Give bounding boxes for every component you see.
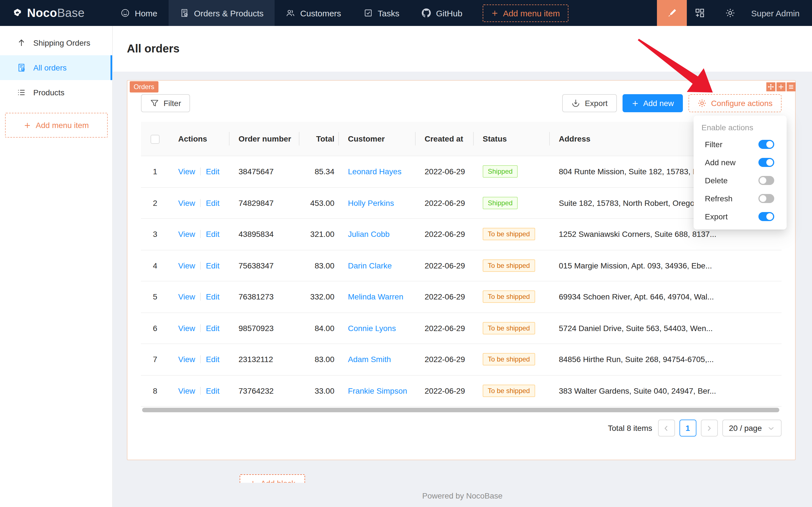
nav-item-tasks[interactable]: Tasks: [352, 0, 411, 26]
toggle-switch-filter[interactable]: [758, 140, 774, 149]
action-divider: [200, 230, 201, 238]
status-cell: To be shipped: [474, 385, 550, 397]
switch-knob: [766, 159, 773, 166]
file-done-icon: [180, 8, 189, 17]
header-customer: Customer: [339, 134, 416, 143]
add-block-button[interactable]: Add block: [240, 474, 305, 483]
next-page-button[interactable]: [701, 419, 717, 437]
view-link[interactable]: View: [178, 199, 195, 208]
total-cell: 83.00: [299, 261, 339, 270]
edit-link[interactable]: Edit: [206, 167, 219, 176]
smile-icon: [121, 8, 130, 17]
edit-link[interactable]: Edit: [206, 230, 219, 239]
customer-link[interactable]: Frankie Simpson: [348, 386, 407, 395]
dropdown-item-delete[interactable]: Delete: [694, 171, 787, 189]
action-divider: [200, 293, 201, 301]
edit-link[interactable]: Edit: [206, 355, 219, 364]
edit-link[interactable]: Edit: [206, 199, 219, 208]
nav-item-label: GitHub: [436, 8, 462, 18]
customer-link[interactable]: Connie Lyons: [348, 324, 396, 333]
plugin-manager-button[interactable]: [687, 0, 713, 26]
ui-editor-button[interactable]: [657, 0, 687, 26]
nocobase-logo[interactable]: NocoBase: [0, 6, 95, 20]
scrollbar-thumb[interactable]: [142, 408, 779, 412]
customer-cell: Adam Smith: [339, 355, 416, 364]
edit-link[interactable]: Edit: [206, 292, 219, 301]
edit-link[interactable]: Edit: [206, 261, 219, 270]
dropdown-item-label: Add new: [705, 158, 736, 167]
sidebar-item-all-orders[interactable]: All orders: [0, 55, 112, 80]
dropdown-item-refresh[interactable]: Refresh: [694, 189, 787, 208]
toggle-switch-delete[interactable]: [758, 176, 774, 185]
configure-actions-button[interactable]: Configure actions: [689, 94, 781, 112]
user-menu[interactable]: Super Admin: [743, 8, 812, 18]
sidebar-item-products[interactable]: Products: [0, 80, 112, 105]
dropdown-item-add-new[interactable]: Add new: [694, 153, 787, 171]
plus-icon: [491, 9, 499, 17]
status-badge: To be shipped: [483, 322, 535, 334]
order-number-cell: 38475647: [230, 167, 299, 176]
view-link[interactable]: View: [178, 355, 195, 364]
view-link[interactable]: View: [178, 261, 195, 270]
view-link[interactable]: View: [178, 386, 195, 395]
add-block-icon[interactable]: [776, 82, 786, 91]
navbar-add-menu-item-label: Add menu item: [503, 8, 560, 18]
customer-cell: Holly Perkins: [339, 199, 416, 208]
view-link[interactable]: View: [178, 167, 195, 176]
customer-link[interactable]: Darin Clarke: [348, 261, 392, 270]
nav-item-github[interactable]: GitHub: [411, 0, 474, 26]
navbar-right: Super Admin: [657, 0, 812, 26]
row-number: 3: [153, 230, 157, 239]
toggle-switch-export[interactable]: [758, 212, 774, 221]
switch-knob: [760, 195, 766, 202]
dropdown-items: FilterAdd newDeleteRefreshExport: [694, 135, 787, 226]
orders-table: Actions Order number Total Customer Crea…: [141, 122, 781, 407]
view-link[interactable]: View: [178, 230, 195, 239]
page-size-select[interactable]: 20 / page: [722, 419, 781, 437]
export-button-label: Export: [585, 99, 607, 108]
sidebar-add-menu-item-button[interactable]: Add menu item: [5, 113, 108, 137]
previous-page-button[interactable]: [658, 419, 675, 437]
toggle-switch-refresh[interactable]: [758, 194, 774, 203]
nav-item-orders-products[interactable]: Orders & Products: [169, 0, 275, 26]
customer-link[interactable]: Melinda Warren: [348, 292, 403, 301]
status-badge: To be shipped: [483, 228, 535, 240]
add-new-button[interactable]: Add new: [622, 94, 683, 112]
toggle-switch-add-new[interactable]: [758, 158, 774, 167]
row-number: 5: [153, 292, 157, 301]
navbar-add-menu-item-button[interactable]: Add menu item: [483, 4, 568, 22]
nav-item-label: Customers: [300, 8, 341, 18]
brand-light: Base: [57, 6, 84, 19]
customer-link[interactable]: Julian Cobb: [348, 230, 390, 239]
view-link[interactable]: View: [178, 292, 195, 301]
filter-button[interactable]: Filter: [141, 94, 190, 112]
settings-button[interactable]: [717, 0, 743, 26]
row-number: 1: [153, 167, 157, 176]
nav-item-customers[interactable]: Customers: [275, 0, 352, 26]
customer-link[interactable]: Holly Perkins: [348, 199, 394, 208]
customer-link[interactable]: Leonard Hayes: [348, 167, 402, 176]
edit-link[interactable]: Edit: [206, 386, 219, 395]
dropdown-item-export[interactable]: Export: [694, 208, 787, 226]
page-header: All orders: [113, 26, 812, 72]
page-number-button[interactable]: 1: [679, 419, 696, 437]
gear-icon: [725, 8, 735, 18]
drag-move-icon[interactable]: [766, 82, 775, 91]
add-block-label: Add block: [261, 479, 295, 483]
row-index-cell: 8: [141, 386, 169, 395]
address-cell: 84856 Hirthe Run, Suite 268, 94754-6705,…: [550, 355, 781, 364]
customer-cell: Julian Cobb: [339, 230, 416, 239]
customer-link[interactable]: Adam Smith: [348, 355, 391, 364]
view-link[interactable]: View: [178, 324, 195, 333]
enable-actions-dropdown: Enable actions FilterAdd newDeleteRefres…: [694, 116, 787, 230]
export-button[interactable]: Export: [562, 94, 617, 112]
select-all-checkbox[interactable]: [151, 134, 160, 144]
sidebar-item-shipping-orders[interactable]: Shipping Orders: [0, 31, 112, 55]
page-title: All orders: [127, 42, 180, 55]
sidebar-item-label: Products: [33, 88, 65, 97]
block-menu-icon[interactable]: [787, 82, 796, 91]
customer-cell: Connie Lyons: [339, 324, 416, 333]
dropdown-item-filter[interactable]: Filter: [694, 135, 787, 153]
nav-item-home[interactable]: Home: [109, 0, 169, 26]
edit-link[interactable]: Edit: [206, 324, 219, 333]
